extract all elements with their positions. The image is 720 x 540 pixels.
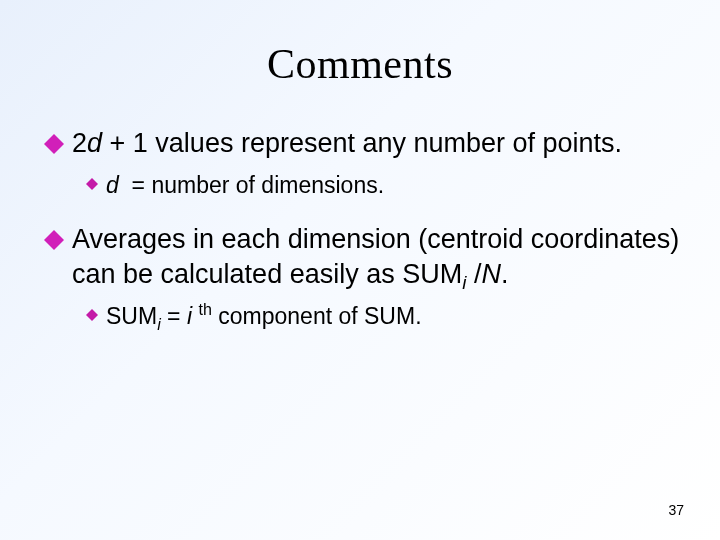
svg-marker-3 (86, 309, 98, 321)
svg-marker-0 (44, 134, 64, 154)
sub-bullet-text: SUMi = i th component of SUM. (106, 302, 422, 332)
bullet-text: Averages in each dimension (centroid coo… (72, 222, 682, 291)
sub-bullet-text: d = number of dimensions. (106, 171, 384, 201)
bullet-main-2: Averages in each dimension (centroid coo… (38, 222, 682, 291)
mini-diamond-icon (86, 178, 98, 190)
bullet-text: 2d + 1 values represent any number of po… (72, 126, 622, 161)
slide-title: Comments (38, 40, 682, 88)
diamond-icon (44, 230, 64, 250)
bullet-sub-1: d = number of dimensions. (38, 171, 682, 201)
mini-diamond-icon (86, 309, 98, 321)
svg-marker-1 (86, 178, 98, 190)
page-number: 37 (668, 502, 684, 518)
svg-marker-2 (44, 230, 64, 250)
slide: Comments 2d + 1 values represent any num… (0, 0, 720, 540)
bullet-sub-2: SUMi = i th component of SUM. (38, 302, 682, 332)
diamond-icon (44, 134, 64, 154)
bullet-main-1: 2d + 1 values represent any number of po… (38, 126, 682, 161)
